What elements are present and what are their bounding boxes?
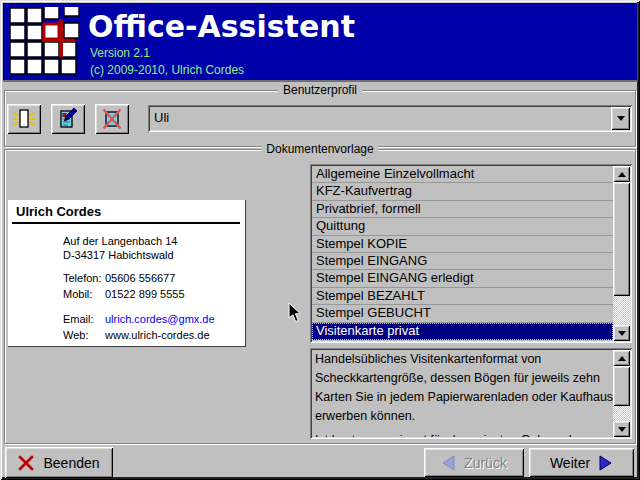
business-card-preview: Ulrich Cordes Auf der Langenbach 14 D-34…	[8, 200, 246, 347]
description-line: Karten Sie in jedem Papierwarenladen ode…	[315, 388, 613, 407]
back-button-label: Zurück	[464, 455, 507, 471]
card-divider	[12, 222, 240, 224]
profile-combobox-value: Uli	[154, 110, 169, 125]
card-email-value: ulrich.cordes@gmx.de	[105, 311, 215, 327]
arrow-left-icon	[441, 455, 455, 471]
list-item-selected[interactable]: Visitenkarte privat	[312, 323, 613, 340]
scrollbar-thumb[interactable]	[613, 182, 630, 296]
list-item[interactable]: Allgemeine Einzelvollmacht	[312, 166, 613, 183]
profile-combobox[interactable]: Uli	[148, 105, 632, 132]
app-version: Version 2.1	[90, 46, 150, 60]
scroll-up-button[interactable]	[613, 166, 630, 182]
triangle-up-icon	[618, 356, 626, 361]
description-line: Scheckkartengröße, dessen Bögen für jewe…	[315, 369, 613, 388]
list-item[interactable]: Stempel KOPIE	[312, 236, 613, 253]
delete-profile-button[interactable]	[95, 104, 129, 134]
templates-group-label: Dokumentenvorlage	[261, 142, 378, 156]
triangle-down-icon	[618, 427, 626, 432]
list-item[interactable]: Quittung	[312, 218, 613, 235]
header-banner: Office-Assistent Version 2.1 (c) 2009-20…	[3, 3, 638, 82]
list-item[interactable]: Privatbrief, formell	[312, 201, 613, 218]
list-item[interactable]: Stempel BEZAHLT	[312, 288, 613, 305]
new-profile-button[interactable]	[7, 104, 41, 134]
combobox-dropdown-button[interactable]	[611, 107, 630, 130]
list-item[interactable]: Stempel EINGANG	[312, 253, 613, 270]
profile-group-label: Benutzerprofil	[278, 83, 362, 97]
chevron-down-icon	[617, 116, 625, 121]
card-phone-label: Telefon:	[63, 270, 105, 286]
card-mobile-label: Mobil:	[63, 286, 105, 302]
list-item[interactable]: Stempel EINGANG erledigt	[312, 270, 613, 287]
card-name: Ulrich Cordes	[16, 204, 101, 219]
scrollbar-track[interactable]	[613, 296, 630, 325]
list-scrollbar[interactable]	[613, 166, 630, 341]
scroll-down-button[interactable]	[613, 325, 630, 341]
triangle-up-icon	[618, 172, 626, 177]
description-scrollbar[interactable]	[613, 350, 630, 437]
back-button-disabled[interactable]: Zurück	[424, 448, 524, 477]
card-email-row: Email: ulrich.cordes@gmx.de	[63, 311, 241, 327]
card-mobile-value: 01522 899 5555	[105, 286, 185, 302]
list-item[interactable]: KFZ-Kaufvertrag	[312, 183, 613, 200]
card-phone-row: Telefon: 05606 556677	[63, 270, 241, 286]
quit-button-label: Beenden	[43, 455, 99, 471]
card-web-value: www.ulrich-cordes.de	[105, 327, 210, 343]
card-web-label: Web:	[63, 327, 105, 343]
office-assistent-window: Office-Assistent Version 2.1 (c) 2009-20…	[0, 0, 640, 480]
card-address-line: Auf der Langenbach 14	[63, 234, 241, 248]
next-button[interactable]: Weiter	[529, 448, 634, 477]
new-document-icon	[12, 107, 36, 131]
description-partial-line: Ist bestens geeignet für den privaten Ge…	[315, 431, 613, 437]
app-title: Office-Assistent	[88, 9, 355, 44]
scroll-down-button[interactable]	[613, 421, 630, 437]
quit-button[interactable]: Beenden	[5, 447, 113, 478]
template-description: Handelsübliches Visitenkartenformat von …	[310, 348, 632, 439]
description-line: Handelsübliches Visitenkartenformat von	[315, 350, 613, 369]
next-button-label: Weiter	[550, 455, 590, 471]
card-phone-value: 05606 556677	[105, 270, 175, 286]
description-line: erwerben können.	[315, 407, 613, 426]
scroll-up-button[interactable]	[613, 350, 630, 366]
red-x-icon	[18, 455, 34, 471]
list-item[interactable]: Stempel GEBUCHT	[312, 305, 613, 322]
card-email-label: Email:	[63, 311, 105, 327]
edit-profile-button[interactable]	[51, 104, 85, 134]
edit-notes-icon	[56, 107, 80, 131]
arrow-right-icon	[599, 455, 613, 471]
app-logo-icon	[9, 7, 79, 77]
template-listbox: Allgemeine Einzelvollmacht KFZ-Kaufvertr…	[310, 164, 632, 343]
scrollbar-thumb[interactable]	[613, 366, 630, 406]
app-copyright: (c) 2009-2010, Ulrich Cordes	[90, 63, 244, 77]
card-address-line: D-34317 Habichtswald	[63, 248, 241, 262]
card-web-row: Web: www.ulrich-cordes.de	[63, 327, 241, 343]
scrollbar-track[interactable]	[613, 406, 630, 421]
card-mobile-row: Mobil: 01522 899 5555	[63, 286, 241, 302]
triangle-down-icon	[618, 331, 626, 336]
delete-icon	[100, 107, 124, 131]
